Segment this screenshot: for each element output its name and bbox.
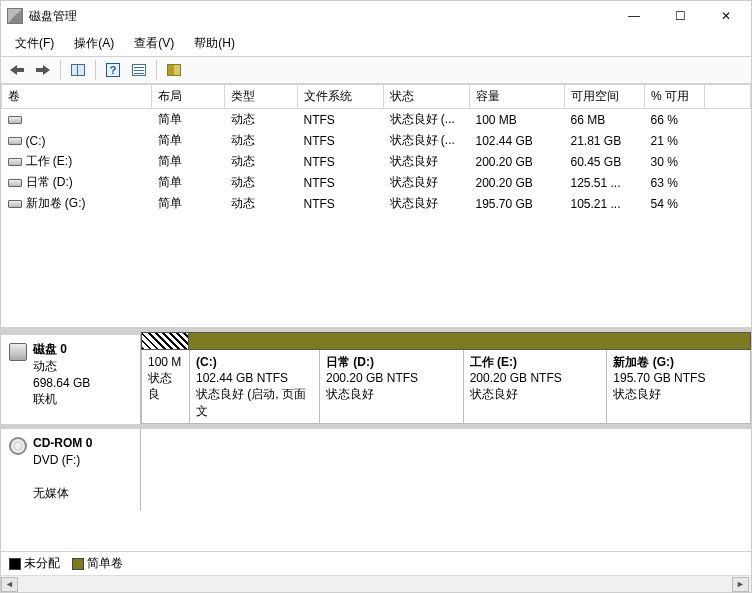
cdrom-icon [9,437,27,455]
table-row[interactable]: 新加卷 (G:)简单动态NTFS状态良好195.70 GB105.21 ...5… [2,193,751,214]
disk-type: 动态 [33,358,90,375]
cell-volume: (C:) [2,130,152,151]
simple-volume-strip [189,332,751,350]
maximize-button[interactable]: ☐ [657,1,703,31]
partition-name: 新加卷 (G:) [613,354,744,370]
col-volume[interactable]: 卷 [2,85,152,109]
cell-status: 状态良好 (... [384,130,470,151]
col-fs[interactable]: 文件系统 [298,85,384,109]
split-pane-button[interactable] [66,59,90,81]
cell-layout: 简单 [152,172,225,193]
menu-help[interactable]: 帮助(H) [186,33,243,54]
partition-status: 状态良好 [326,386,457,402]
partition-cell[interactable]: 日常 (D:) 200.20 GB NTFS 状态良好 [320,350,464,423]
highlight-icon [167,64,181,76]
partition-cell[interactable]: 100 M 状态良 [142,350,190,423]
cell-volume [2,109,152,131]
partition-status: 状态良好 (启动, 页面文 [196,386,313,418]
disk-size: 698.64 GB [33,375,90,392]
cell-type: 动态 [225,109,298,131]
menu-view[interactable]: 查看(V) [126,33,182,54]
cell-pct: 63 % [645,172,705,193]
app-icon [7,8,23,24]
cell-fs: NTFS [298,172,384,193]
cell-layout: 简单 [152,130,225,151]
table-row[interactable]: 日常 (D:)简单动态NTFS状态良好200.20 GB125.51 ...63… [2,172,751,193]
col-layout[interactable]: 布局 [152,85,225,109]
partition-cell[interactable]: 新加卷 (G:) 195.70 GB NTFS 状态良好 [607,350,750,423]
help-icon: ? [106,63,120,77]
scroll-right-button[interactable]: ► [732,577,749,592]
cdrom-state: 无媒体 [33,485,92,502]
view-list-button[interactable] [127,59,151,81]
col-free[interactable]: 可用空间 [565,85,645,109]
col-pct[interactable]: % 可用 [645,85,705,109]
legend-simple: 简单卷 [72,555,123,572]
col-capacity[interactable]: 容量 [470,85,565,109]
table-row[interactable]: 工作 (E:)简单动态NTFS状态良好200.20 GB60.45 GB30 % [2,151,751,172]
legend-bar: 未分配 简单卷 [1,551,751,575]
cell-layout: 简单 [152,109,225,131]
volume-table: 卷 布局 类型 文件系统 状态 容量 可用空间 % 可用 简单动态NTFS状态良… [1,84,751,214]
cell-type: 动态 [225,193,298,214]
arrow-right-icon [36,65,50,75]
volume-icon [8,200,22,208]
window-title: 磁盘管理 [29,8,611,25]
minimize-button[interactable]: — [611,1,657,31]
partition-status: 状态良好 [470,386,601,402]
cell-type: 动态 [225,151,298,172]
toolbar-separator [60,60,61,80]
table-row[interactable]: 简单动态NTFS状态良好 (...100 MB66 MB66 % [2,109,751,131]
cell-volume: 新加卷 (G:) [2,193,152,214]
cell-pct: 21 % [645,130,705,151]
cell-free: 105.21 ... [565,193,645,214]
cdrom-row[interactable]: CD-ROM 0 DVD (F:) 无媒体 [1,425,751,511]
volume-icon [8,179,22,187]
highlight-button[interactable] [162,59,186,81]
cell-free: 21.81 GB [565,130,645,151]
partition-status: 状态良 [148,370,183,402]
partition-info: 200.20 GB NTFS [326,370,457,386]
swatch-unallocated [9,558,21,570]
split-pane-icon [71,64,85,76]
cell-status: 状态良好 [384,151,470,172]
menu-action[interactable]: 操作(A) [66,33,122,54]
partition-name: 日常 (D:) [326,354,457,370]
volume-list-pane[interactable]: 卷 布局 类型 文件系统 状态 容量 可用空间 % 可用 简单动态NTFS状态良… [1,84,751,331]
partition-cell[interactable]: (C:) 102.44 GB NTFS 状态良好 (启动, 页面文 [190,350,320,423]
scroll-left-button[interactable]: ◄ [1,577,18,592]
col-status[interactable]: 状态 [384,85,470,109]
title-bar: 磁盘管理 — ☐ ✕ [1,1,751,31]
partition-cell[interactable]: 工作 (E:) 200.20 GB NTFS 状态良好 [464,350,608,423]
help-button[interactable]: ? [101,59,125,81]
disk-row-0[interactable]: 磁盘 0 动态 698.64 GB 联机 100 M 状态良 (C:) 102.… [1,331,751,425]
disk-texts: 磁盘 0 动态 698.64 GB 联机 [33,341,90,408]
arrow-left-icon [10,65,24,75]
cell-status: 状态良好 [384,172,470,193]
forward-button[interactable] [31,59,55,81]
table-row[interactable]: (C:)简单动态NTFS状态良好 (...102.44 GB21.81 GB21… [2,130,751,151]
back-button[interactable] [5,59,29,81]
close-button[interactable]: ✕ [703,1,749,31]
cdrom-texts: CD-ROM 0 DVD (F:) 无媒体 [33,435,92,502]
col-type[interactable]: 类型 [225,85,298,109]
disk-map-pane[interactable]: 磁盘 0 动态 698.64 GB 联机 100 M 状态良 (C:) 102.… [1,331,751,551]
partitions: 100 M 状态良 (C:) 102.44 GB NTFS 状态良好 (启动, … [141,332,751,424]
horizontal-scrollbar[interactable]: ◄ ► [1,575,751,592]
volume-icon [8,158,22,166]
cell-type: 动态 [225,130,298,151]
partition-info: 102.44 GB NTFS [196,370,313,386]
cell-layout: 简单 [152,193,225,214]
cell-capacity: 102.44 GB [470,130,565,151]
disk-icon [9,343,27,361]
partition-status: 状态良好 [613,386,744,402]
cell-free: 66 MB [565,109,645,131]
partition-info: 195.70 GB NTFS [613,370,744,386]
col-spacer [705,85,751,109]
menu-bar: 文件(F) 操作(A) 查看(V) 帮助(H) [1,31,751,56]
swatch-simple [72,558,84,570]
partition-info: 100 M [148,354,183,370]
partition-color-bar [141,332,751,350]
menu-file[interactable]: 文件(F) [7,33,62,54]
volume-icon [8,137,22,145]
